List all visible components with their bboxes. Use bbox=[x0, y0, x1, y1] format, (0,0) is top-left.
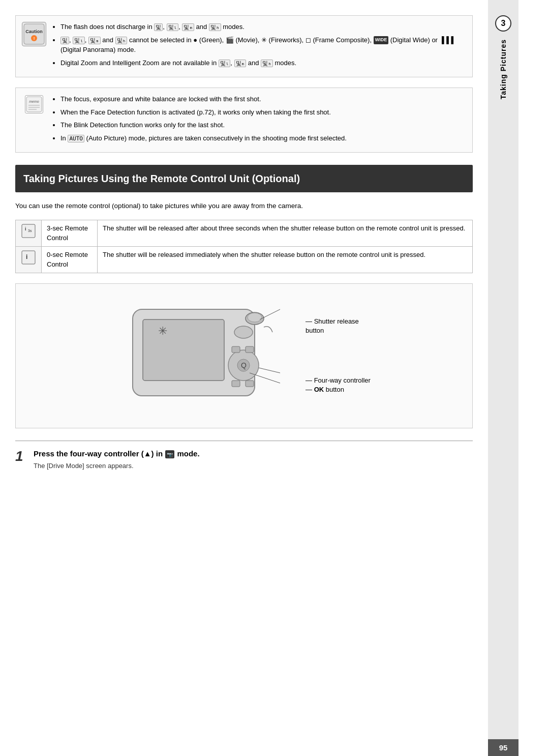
svg-line-28 bbox=[259, 368, 280, 373]
remote-mode-3sec: 3-sec Remote Control bbox=[42, 220, 98, 246]
section-title: Taking Pictures Using the Remote Control… bbox=[23, 172, 465, 185]
step-number: 1 bbox=[15, 448, 27, 464]
svg-line-27 bbox=[260, 309, 280, 319]
camera-svg: ✳ Q bbox=[117, 294, 290, 416]
svg-text:Q: Q bbox=[241, 361, 247, 369]
svg-rect-12 bbox=[22, 251, 35, 264]
svg-rect-24 bbox=[246, 346, 254, 353]
svg-text:i: i bbox=[26, 253, 27, 260]
memo-box: memo The focus, exposure and white balan… bbox=[15, 88, 473, 153]
diagram-labels: — Shutter releasebutton — Four-way contr… bbox=[306, 317, 371, 395]
svg-text:✳: ✳ bbox=[158, 325, 167, 337]
svg-rect-15 bbox=[143, 319, 224, 381]
remote-control-table: i 3s 3-sec Remote Control The shutter wi… bbox=[15, 220, 473, 273]
svg-text:!: ! bbox=[34, 36, 35, 41]
remote-icon-3sec: i 3s bbox=[16, 220, 42, 246]
step-1-section: 1 Press the four-way controller (▲) in 📷… bbox=[15, 441, 473, 470]
camera-diagram: ✳ Q bbox=[15, 283, 473, 428]
intro-text: You can use the remote control (optional… bbox=[15, 200, 473, 212]
svg-text:memo: memo bbox=[29, 100, 39, 103]
svg-text:i: i bbox=[25, 226, 26, 231]
caution-item-2: 및, 및ₗ, 및ₘ and 및ₕ cannot be selected in ●… bbox=[60, 35, 466, 55]
shutter-release-label: — Shutter releasebutton bbox=[306, 317, 371, 335]
svg-rect-25 bbox=[232, 381, 240, 387]
memo-item-3: The Blink Detection function works only … bbox=[60, 120, 347, 130]
svg-point-18 bbox=[248, 313, 262, 322]
table-row: i 3s 3-sec Remote Control The shutter wi… bbox=[16, 220, 473, 246]
remote-mode-0sec: 0-sec Remote Control bbox=[42, 246, 98, 273]
svg-text:Caution: Caution bbox=[25, 29, 43, 34]
caution-box: Caution ! The flash does not discharge i… bbox=[15, 15, 473, 77]
camera-illustration: ✳ Q bbox=[117, 294, 290, 418]
caution-item-1: The flash does not discharge in 및, 및ₗ, 및… bbox=[60, 22, 466, 32]
sidebar-chapter-number: 3 bbox=[495, 15, 511, 32]
fourway-label: — Four-way controller— OK button bbox=[306, 376, 371, 394]
svg-text:3s: 3s bbox=[28, 229, 32, 232]
remote-desc-0sec: The shutter will be released immediately… bbox=[98, 246, 473, 273]
right-sidebar: 3 Taking Pictures 95 bbox=[488, 0, 518, 756]
sidebar-chapter-label: Taking Pictures bbox=[499, 39, 507, 99]
memo-icon: memo bbox=[22, 94, 46, 146]
memo-item-4: In AUTO (Auto Picture) mode, pictures ar… bbox=[60, 133, 347, 143]
svg-text:📷: 📷 bbox=[167, 451, 173, 458]
svg-rect-26 bbox=[246, 381, 254, 387]
step-instruction: Press the four-way controller (▲) in 📷 m… bbox=[34, 448, 200, 459]
svg-rect-23 bbox=[232, 346, 240, 353]
caution-item-3: Digital Zoom and Intelligent Zoom are no… bbox=[60, 58, 466, 68]
remote-icon-0sec: i bbox=[16, 246, 42, 273]
svg-point-19 bbox=[234, 326, 253, 338]
page-number: 95 bbox=[488, 739, 518, 756]
table-row: i 0-sec Remote Control The shutter will … bbox=[16, 246, 473, 273]
step-sub-text: The [Drive Mode] screen appears. bbox=[34, 462, 200, 470]
memo-item-1: The focus, exposure and white balance ar… bbox=[60, 94, 347, 104]
section-header: Taking Pictures Using the Remote Control… bbox=[15, 165, 473, 192]
memo-content: The focus, exposure and white balance ar… bbox=[52, 94, 347, 146]
remote-desc-3sec: The shutter will be released after about… bbox=[98, 220, 473, 246]
caution-icon: Caution ! bbox=[22, 22, 46, 46]
memo-item-2: When the Face Detection function is acti… bbox=[60, 107, 347, 118]
caution-content: The flash does not discharge in 및, 및ₗ, 및… bbox=[52, 22, 466, 71]
